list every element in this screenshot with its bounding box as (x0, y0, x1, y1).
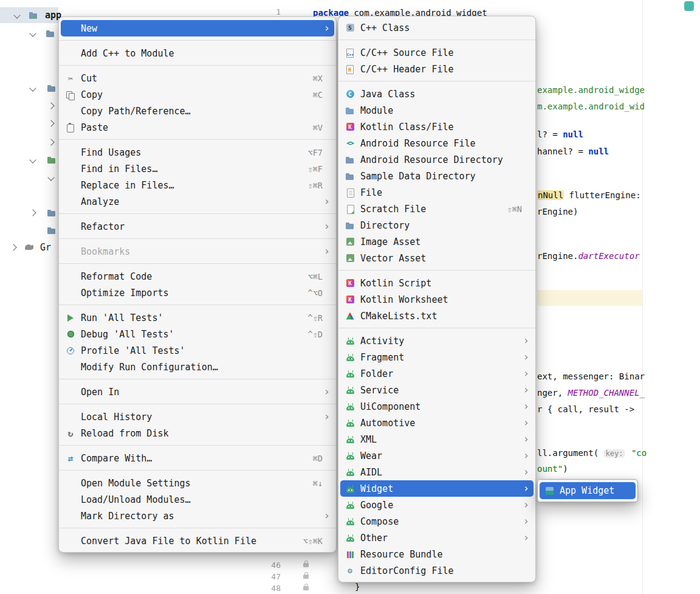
chevron-right-icon[interactable] (10, 244, 16, 250)
menu-item-shortcut: ⇧⌘R (308, 181, 323, 190)
menu-item-android-resource-directory[interactable]: Android Resource Directory (338, 151, 535, 168)
menu-item-cmakelists-txt[interactable]: CMakeLists.txt (338, 308, 535, 324)
menu-item-c-class[interactable]: C++ Class (338, 19, 535, 36)
menu-item-other[interactable]: Other› (338, 530, 535, 546)
menu-item-kotlin-worksheet[interactable]: Kotlin Worksheet (338, 291, 535, 308)
menu-item-open-module-settings[interactable]: Open Module Settings⌘↓ (59, 475, 336, 491)
menu-item-wear[interactable]: Wear› (338, 447, 535, 464)
menu-item-xml[interactable]: XML› (338, 431, 535, 447)
menu-item-aidl[interactable]: AIDL› (338, 464, 535, 480)
menu-item-directory[interactable]: Directory (338, 217, 535, 233)
tree-row[interactable] (0, 116, 58, 131)
menu-item-scratch-file[interactable]: Scratch File⇧⌘N (338, 201, 535, 217)
chevron-right-icon[interactable] (47, 139, 54, 145)
menu-item-paste[interactable]: Paste⌘V (59, 119, 336, 136)
chevron-down-icon[interactable] (29, 85, 36, 91)
chevron-right-icon[interactable] (47, 120, 54, 126)
menu-item-reload-from-disk[interactable]: Reload from Disk (59, 425, 336, 441)
menu-item-resource-bundle[interactable]: Resource Bundle (338, 546, 535, 562)
menu-item-editorconfig-file[interactable]: EditorConfig File (338, 562, 535, 579)
menu-item-open-in[interactable]: Open In› (59, 384, 336, 400)
menu-item-run-all-tests[interactable]: Run 'All Tests'^⇧R (59, 309, 336, 326)
chevron-down-icon[interactable] (13, 12, 20, 18)
icon-spacer (65, 536, 76, 546)
menu-item-fragment[interactable]: Fragment› (338, 349, 535, 365)
menu-item-module[interactable]: Module (338, 102, 535, 119)
menu-item-sample-data-directory[interactable]: Sample Data Directory (338, 168, 535, 184)
menu-item-label: Sample Data Directory (360, 171, 476, 182)
tree-row[interactable] (0, 205, 58, 221)
menu-item-folder[interactable]: Folder› (338, 365, 535, 382)
menu-separator (59, 305, 336, 305)
menu-item-label: Compare With… (81, 453, 152, 464)
menu-item-google[interactable]: Google› (338, 497, 535, 513)
chevron-down-icon[interactable] (29, 30, 36, 36)
menu-item-convert-java-file-to-kotlin-file[interactable]: Convert Java File to Kotlin File⌥⇧⌘K (59, 533, 336, 549)
menu-item-bookmarks[interactable]: Bookmarks› (59, 243, 336, 260)
menu-item-compare-with[interactable]: Compare With…⌘D (59, 450, 336, 466)
icon-spacer (65, 412, 76, 422)
tree-row[interactable]: app (0, 7, 58, 23)
submenu-arrow-icon: › (323, 221, 330, 232)
menu-item-cut[interactable]: Cut⌘X (59, 70, 336, 86)
menu-item-modify-run-configuration[interactable]: Modify Run Configuration… (59, 359, 336, 375)
menu-item-analyze[interactable]: Analyze› (59, 193, 336, 210)
menu-item-java-class[interactable]: Java Class (338, 86, 535, 102)
tree-row[interactable] (0, 170, 58, 185)
menu-item-new[interactable]: New› (61, 20, 334, 36)
tree-row[interactable] (0, 26, 58, 41)
menu-item-optimize-imports[interactable]: Optimize Imports^⌥O (59, 285, 336, 301)
menu-item-label: Scratch File (360, 204, 426, 215)
menu-item-reformat-code[interactable]: Reformat Code⌥⌘L (59, 268, 336, 285)
tree-row[interactable]: Gr (0, 240, 58, 255)
tree-row[interactable] (0, 80, 58, 96)
tree-row[interactable] (0, 152, 58, 168)
menu-item-android-resource-file[interactable]: Android Resource File (338, 135, 535, 151)
menu-item-debug-all-tests[interactable]: Debug 'All Tests'^⇧D (59, 326, 336, 342)
menu-item-copy-path-reference[interactable]: Copy Path/Reference… (59, 103, 336, 119)
menu-item-replace-in-files[interactable]: Replace in Files…⇧⌘R (59, 177, 336, 193)
tree-row[interactable] (0, 134, 58, 150)
menu-item-activity[interactable]: Activity› (338, 333, 535, 349)
menu-item-label: Profile 'All Tests' (81, 345, 185, 356)
menu-item-kotlin-class-file[interactable]: Kotlin Class/File (338, 119, 535, 135)
menu-item-find-usages[interactable]: Find Usages⌥F7 (59, 144, 336, 161)
menu-item-uicomponent[interactable]: UiComponent› (338, 398, 535, 415)
menu-item-image-asset[interactable]: Image Asset (338, 233, 535, 250)
chevron-down-icon[interactable] (47, 174, 54, 181)
menu-item-refactor[interactable]: Refactor› (59, 218, 336, 235)
menu-item-vector-asset[interactable]: Vector Asset (338, 250, 535, 266)
tree-item-label[interactable]: Gr (40, 242, 51, 253)
cmake-icon (345, 311, 355, 321)
tree-row[interactable] (0, 98, 58, 114)
chevron-right-icon[interactable] (47, 102, 54, 109)
menu-item-profile-all-tests[interactable]: Profile 'All Tests' (59, 342, 336, 359)
menu-item-add-c-to-module[interactable]: Add C++ to Module (59, 45, 336, 61)
menu-item-app-widget[interactable]: App Widget (540, 482, 636, 499)
submenu-arrow-icon: › (522, 401, 529, 412)
menu-item-service[interactable]: Service› (338, 382, 535, 398)
menu-item-mark-directory-as[interactable]: Mark Directory as› (59, 508, 336, 524)
menu-item-copy[interactable]: Copy⌘C (59, 86, 336, 103)
menu-item-kotlin-script[interactable]: Kotlin Script (338, 275, 535, 291)
chevron-down-icon[interactable] (29, 156, 36, 163)
menu-item-file[interactable]: File (338, 184, 535, 201)
menu-item-local-history[interactable]: Local History› (59, 409, 336, 425)
menu-item-find-in-files[interactable]: Find in Files…⇧⌘F (59, 161, 336, 177)
menu-separator (338, 81, 535, 81)
menu-item-load-unload-modules[interactable]: Load/Unload Modules… (59, 491, 336, 508)
menu-item-compose[interactable]: Compose› (338, 513, 535, 530)
icon-spacer (65, 288, 76, 298)
menu-item-shortcut: ⌘D (313, 454, 323, 463)
menu-item-widget[interactable]: Widget› (340, 480, 534, 497)
menu-item-c-c-source-file[interactable]: C/C++ Source File (338, 44, 535, 61)
menu-item-label: Paste (81, 122, 108, 133)
menu-item-automotive[interactable]: Automotive› (338, 415, 535, 431)
image-asset-icon (345, 237, 355, 247)
chevron-right-icon[interactable] (29, 209, 36, 216)
menu-item-label: Reformat Code (81, 271, 152, 282)
tree-row[interactable] (0, 223, 58, 238)
submenu-arrow-icon: › (522, 352, 529, 362)
menu-item-c-c-header-file[interactable]: C/C++ Header File (338, 61, 535, 77)
icon-spacer (65, 181, 76, 190)
